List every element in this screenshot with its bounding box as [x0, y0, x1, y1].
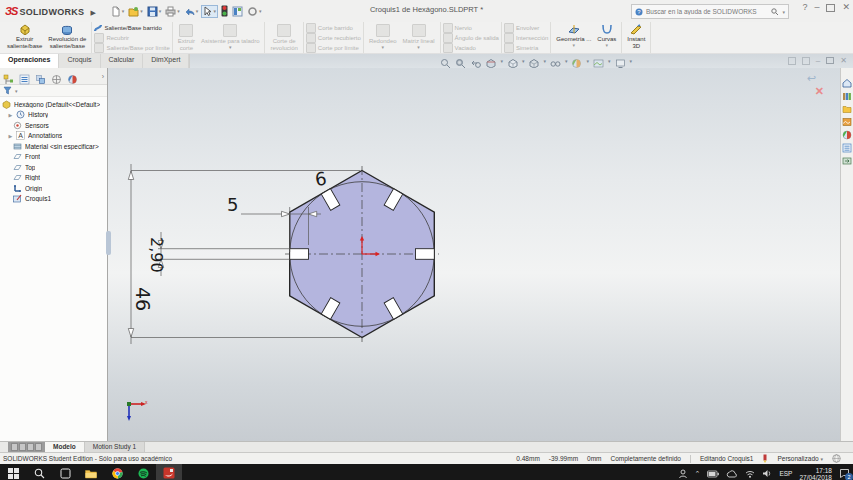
fillet-button[interactable]: Redondeo ▾	[366, 23, 400, 52]
exit-sketch-icon[interactable]: ↪	[807, 72, 816, 85]
panel-splitter-handle[interactable]	[106, 231, 111, 255]
search-magnifier-icon[interactable]	[771, 8, 779, 16]
boundary-boss-button[interactable]: Saliente/Base por límite	[94, 43, 169, 52]
extruded-cut-button[interactable]: Extruir corte	[175, 23, 198, 52]
tree-item-annotations[interactable]: ▶ A Annotations	[0, 131, 107, 142]
tree-item-front-plane[interactable]: Front	[0, 152, 107, 163]
tab-scroll-buttons[interactable]	[8, 442, 45, 452]
property-manager-tab-icon[interactable]	[19, 71, 30, 82]
hidden-icons-chevron[interactable]: ⌃	[695, 470, 701, 478]
taskbar-search-button[interactable]	[26, 464, 52, 480]
swept-cut-button[interactable]: Corte barrido	[306, 23, 361, 32]
reference-geometry-dropdown-icon[interactable]: ▾	[573, 43, 576, 47]
curves-button[interactable]: Curvas ▾	[594, 23, 619, 52]
apply-scene-dropdown-icon[interactable]: ▾	[608, 58, 611, 64]
doc-close-button[interactable]: ✕	[840, 56, 847, 65]
view-orientation-icon[interactable]	[507, 55, 518, 66]
tree-item-top-plane[interactable]: Top	[0, 162, 107, 173]
file-explorer-icon[interactable]	[842, 100, 852, 110]
mirror-button[interactable]: Simetría	[504, 43, 548, 52]
options-dropdown-icon[interactable]: ▾	[259, 8, 262, 14]
task-view-button[interactable]	[52, 464, 78, 480]
spotify-taskbar-icon[interactable]	[130, 464, 156, 480]
filter-dropdown-icon[interactable]: ▾	[15, 88, 18, 94]
previous-view-icon[interactable]	[470, 55, 481, 66]
language-indicator[interactable]: ESP	[779, 470, 792, 477]
revolved-cut-button[interactable]: Corte de revolución	[267, 23, 300, 52]
new-file-button[interactable]: ▾	[110, 5, 126, 18]
loft-boss-button[interactable]: Recubrir	[94, 33, 169, 42]
view-orientation-dropdown-icon[interactable]: ▾	[522, 58, 525, 64]
lofted-cut-button[interactable]: Corte recubierto	[306, 33, 361, 42]
select-dropdown-icon[interactable]: ▾	[213, 8, 216, 14]
wifi-icon[interactable]	[745, 470, 755, 478]
extrude-boss-button[interactable]: Extruir saliente/base	[4, 23, 45, 52]
custom-properties-icon[interactable]	[842, 139, 852, 149]
print-button[interactable]: ▾	[164, 5, 181, 18]
tree-item-part[interactable]: Hexágono (Default<<Default>	[0, 99, 107, 110]
boundary-cut-button[interactable]: Corte por límite	[306, 43, 361, 52]
help-search-box[interactable]: ? Buscar en la ayuda de SOLIDWORKS ▾	[631, 4, 789, 19]
action-center-button[interactable]: 2	[839, 468, 850, 479]
filter-funnel-icon[interactable]	[3, 86, 12, 95]
tree-item-material[interactable]: Material <sin especificar>	[0, 141, 107, 152]
doc-minimize-button[interactable]: –	[816, 56, 820, 65]
solidworks-resources-icon[interactable]	[842, 74, 852, 84]
shell-button[interactable]: Vaciado	[443, 43, 499, 52]
zoom-to-fit-icon[interactable]	[440, 55, 451, 66]
onedrive-cloud-icon[interactable]	[726, 470, 738, 478]
reference-geometry-button[interactable]: Geometría ... ▾	[553, 23, 594, 52]
pane-display-icon[interactable]	[842, 152, 852, 162]
tree-item-origin[interactable]: Origin	[0, 183, 107, 194]
display-manager-tab-icon[interactable]	[67, 71, 78, 82]
select-tool-button[interactable]: ▾	[201, 5, 218, 18]
open-file-dropdown-icon[interactable]: ▾	[140, 8, 143, 14]
rebuild-button[interactable]	[220, 4, 229, 18]
units-dropdown-icon[interactable]: ▾	[820, 456, 823, 462]
view-settings-dropdown-icon[interactable]: ▾	[630, 58, 633, 64]
save-dropdown-icon[interactable]: ▾	[159, 8, 162, 14]
undo-dropdown-icon[interactable]: ▾	[196, 8, 199, 14]
zoom-to-area-icon[interactable]	[455, 55, 466, 66]
curves-dropdown-icon[interactable]: ▾	[606, 43, 609, 47]
volume-icon[interactable]	[762, 469, 772, 478]
configuration-manager-tab-icon[interactable]	[35, 71, 46, 82]
save-button[interactable]: ▾	[146, 5, 163, 18]
chrome-taskbar-icon[interactable]	[104, 464, 130, 480]
undo-button[interactable]: ▾	[183, 5, 200, 18]
file-explorer-taskbar-icon[interactable]	[78, 464, 104, 480]
hide-show-dropdown-icon[interactable]: ▾	[565, 58, 568, 64]
dimension-2-90[interactable]	[158, 232, 290, 276]
dimension-2-90-text[interactable]: 2,90	[147, 237, 166, 273]
tree-item-right-plane[interactable]: Right	[0, 173, 107, 184]
fillet-dropdown-icon[interactable]: ▾	[381, 45, 384, 49]
open-file-button[interactable]: ▾	[127, 5, 144, 18]
notch-left[interactable]	[290, 249, 309, 260]
hole-wizard-dropdown-icon[interactable]: ▾	[229, 45, 232, 49]
view-palette-icon[interactable]	[842, 113, 852, 123]
appearances-scenes-icon[interactable]	[842, 126, 852, 136]
dimxpert-manager-tab-icon[interactable]	[51, 71, 62, 82]
display-style-dropdown-icon[interactable]: ▾	[543, 58, 546, 64]
featuremanager-tree-tab-icon[interactable]	[3, 71, 14, 82]
notch-right[interactable]	[416, 249, 435, 260]
rib-button[interactable]: Nervio	[443, 23, 499, 32]
graphics-viewport[interactable]: 46 2,90 5	[108, 68, 840, 441]
taskbar-clock[interactable]: 17:18 27/04/2018	[799, 467, 832, 480]
start-button[interactable]	[0, 464, 26, 480]
section-view-icon[interactable]	[485, 55, 496, 66]
tags-globe-icon[interactable]	[832, 454, 841, 463]
panel-tabs-expand-icon[interactable]: ›	[102, 73, 104, 80]
tab-croquis[interactable]: Croquis	[59, 54, 100, 68]
design-library-icon[interactable]	[842, 87, 852, 97]
options-button[interactable]: ▾	[246, 5, 263, 18]
pane-toggle-icon[interactable]	[788, 57, 796, 65]
draft-button[interactable]: Ángulo de salida	[443, 33, 499, 42]
close-button[interactable]: ✕	[842, 3, 850, 12]
doc-restore-button[interactable]	[826, 57, 834, 64]
tree-item-sensors[interactable]: Sensors	[0, 120, 107, 131]
revolve-boss-button[interactable]: Revolución de saliente/base	[45, 23, 89, 52]
tab-modelo[interactable]: Modelo	[45, 442, 85, 452]
expand-arrow-icon[interactable]: ▶	[8, 133, 13, 139]
cancel-sketch-icon[interactable]: ✕	[815, 85, 824, 98]
